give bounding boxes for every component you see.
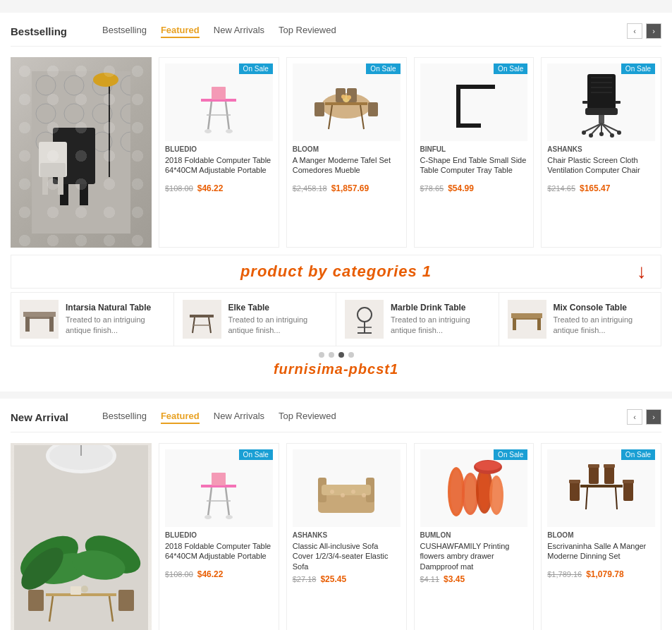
product-name-3: C-Shape End Table Small Side Table Compu… xyxy=(420,155,528,181)
svg-rect-51 xyxy=(585,108,618,115)
svg-rect-52 xyxy=(599,115,604,123)
product-img-5 xyxy=(187,453,250,523)
category-item-img-4 xyxy=(508,300,546,339)
svg-point-107 xyxy=(330,490,334,494)
price-original-1: $108.00 xyxy=(165,184,193,193)
nav-arrow-prev-1[interactable]: ‹ xyxy=(627,23,642,39)
svg-point-3 xyxy=(92,75,112,95)
nav-arrow-next-1[interactable]: › xyxy=(646,23,661,39)
svg-line-96 xyxy=(208,487,212,516)
category-item-2[interactable]: Elke Table Treated to an intriguing anti… xyxy=(174,293,337,346)
arrow-right-1: ↓ xyxy=(637,260,647,283)
nav-arrow-prev-2[interactable]: ‹ xyxy=(627,409,642,425)
svg-rect-102 xyxy=(212,473,226,485)
svg-rect-42 xyxy=(456,85,460,123)
svg-rect-41 xyxy=(456,85,495,89)
svg-rect-130 xyxy=(604,466,614,484)
svg-rect-35 xyxy=(368,102,378,116)
on-sale-badge-8: On Sale xyxy=(621,449,655,460)
product-card-7[interactable]: On Sale xyxy=(414,443,534,630)
category-item-img-3 xyxy=(345,300,384,339)
tab-new-arrivals-2[interactable]: New Arrivals xyxy=(214,411,264,424)
product-brand-3: BINFUL xyxy=(420,145,528,153)
tab-featured-1[interactable]: Featured xyxy=(161,25,200,38)
svg-point-1 xyxy=(36,75,56,95)
product-card-5[interactable]: On Sale BLUEDIO 2018 Fo xyxy=(159,443,279,630)
product-brand-2: BLOOM xyxy=(293,145,401,153)
svg-point-59 xyxy=(617,131,621,135)
section2-nav-arrows: ‹ › xyxy=(627,409,661,425)
price-sale-7: $3.45 xyxy=(444,574,465,584)
svg-rect-15 xyxy=(53,128,95,184)
tab-bestselling-2[interactable]: Bestselling xyxy=(102,411,147,424)
svg-rect-92 xyxy=(118,590,134,611)
on-sale-badge-5: On Sale xyxy=(239,449,273,460)
section1-featured-image xyxy=(11,57,152,248)
svg-rect-129 xyxy=(588,464,599,468)
svg-point-9 xyxy=(36,132,56,152)
product-card-3[interactable]: On Sale BINFUL C-Shape End Table Small S… xyxy=(414,57,534,248)
cat-item-desc-2: Treated to an intriguing antique finish.… xyxy=(228,315,328,337)
product-card-4[interactable]: On Sale xyxy=(541,57,661,248)
svg-point-26 xyxy=(204,129,212,133)
category-item-4[interactable]: Mix Console Table Treated to an intrigui… xyxy=(499,293,661,346)
svg-rect-34 xyxy=(314,102,324,116)
svg-line-53 xyxy=(584,123,601,132)
svg-rect-121 xyxy=(580,485,623,487)
price-sale-6: $25.45 xyxy=(320,574,346,584)
price-original-2: $2,458.18 xyxy=(293,184,327,193)
section-2: New Arrival Bestselling Featured New Arr… xyxy=(0,399,672,630)
svg-rect-66 xyxy=(23,312,56,317)
product-name-2: A Manger Moderne Tafel Set Comedores Mue… xyxy=(293,155,401,181)
tab-top-reviewed-1[interactable]: Top Reviewed xyxy=(279,25,336,38)
product-img-1 xyxy=(187,67,250,138)
svg-line-97 xyxy=(226,487,229,516)
svg-rect-125 xyxy=(569,480,580,483)
tab-top-reviewed-2[interactable]: Top Reviewed xyxy=(279,411,336,424)
on-sale-badge-7: On Sale xyxy=(494,449,527,460)
product-card-2[interactable]: On Sale xyxy=(286,57,407,248)
product-name-1: 2018 Foldable Computer Table 64*40CM Adj… xyxy=(165,155,273,181)
categories-text-1: product by categories 1 xyxy=(22,262,650,281)
on-sale-badge-4: On Sale xyxy=(621,63,655,74)
section1-category-items: Intarsia Natural Table Treated to an int… xyxy=(11,292,661,346)
product-card-8[interactable]: On Sale xyxy=(541,443,661,630)
on-sale-badge-2: On Sale xyxy=(366,63,400,74)
dot-1-4[interactable] xyxy=(348,352,354,358)
price-sale-4: $165.47 xyxy=(580,183,610,193)
section1-nav-arrows: ‹ › xyxy=(627,23,661,39)
product-img-6 xyxy=(311,453,381,523)
svg-rect-49 xyxy=(582,101,588,104)
product-card-6[interactable]: ASHANKS Classic All-inclusive Sofa Cover… xyxy=(286,443,407,630)
product-name-4: Chair Plastic Screen Cloth Ventilation C… xyxy=(547,155,655,181)
svg-point-114 xyxy=(465,475,476,512)
svg-point-39 xyxy=(341,95,346,99)
product-img-7 xyxy=(439,453,509,523)
svg-point-94 xyxy=(81,586,88,593)
category-item-3[interactable]: Marble Drink Table Treated to an intrigu… xyxy=(336,293,499,346)
svg-point-112 xyxy=(451,470,462,514)
product-img-8 xyxy=(566,453,637,523)
cat-item-name-4: Mix Console Table xyxy=(554,303,653,313)
svg-rect-76 xyxy=(513,317,516,330)
svg-point-61 xyxy=(610,133,614,138)
dot-1-3[interactable] xyxy=(338,352,344,358)
nav-arrow-next-2[interactable]: › xyxy=(646,409,661,425)
dot-1-1[interactable] xyxy=(319,352,324,358)
svg-rect-124 xyxy=(570,481,580,501)
svg-point-7 xyxy=(92,104,112,123)
section1-nav-tabs: Bestselling Featured New Arrivals Top Re… xyxy=(102,25,627,38)
svg-point-62 xyxy=(599,132,604,136)
category-item-img-2 xyxy=(183,300,221,339)
section-1: Bestselling Bestselling Featured New Arr… xyxy=(0,13,672,392)
tab-featured-2[interactable]: Featured xyxy=(161,411,200,424)
svg-rect-77 xyxy=(537,317,541,330)
svg-rect-126 xyxy=(623,481,633,501)
tab-new-arrivals-1[interactable]: New Arrivals xyxy=(214,25,264,38)
svg-rect-0 xyxy=(32,71,130,234)
product-card-1[interactable]: On Sale xyxy=(159,57,279,248)
dot-1-2[interactable] xyxy=(329,352,334,358)
svg-rect-64 xyxy=(25,316,30,332)
tab-bestselling-1[interactable]: Bestselling xyxy=(102,25,147,38)
category-item-1[interactable]: Intarsia Natural Table Treated to an int… xyxy=(11,293,174,346)
